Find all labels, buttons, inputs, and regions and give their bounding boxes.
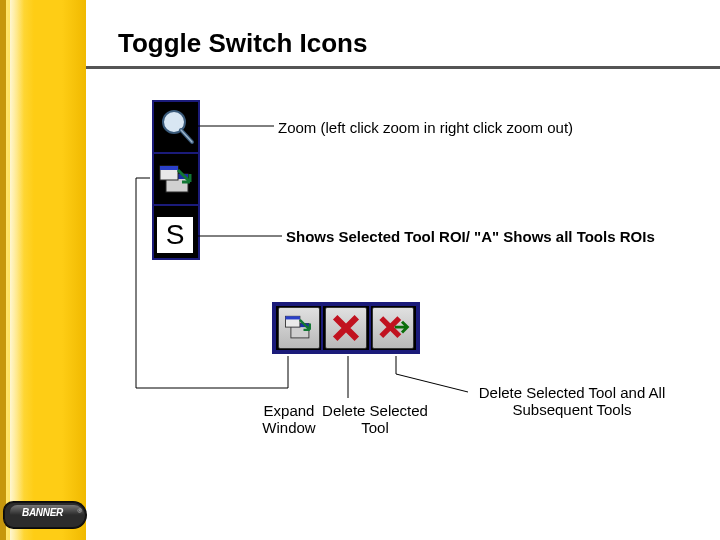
expand-window-icon — [156, 160, 196, 200]
delete-icon — [325, 307, 367, 349]
annotation-expand: Expand Window — [254, 402, 324, 437]
registered-icon: ® — [78, 508, 82, 514]
sidebar-yellow — [0, 0, 86, 540]
annotation-delete-after: Delete Selected Tool and All Subsequent … — [472, 384, 672, 419]
toolbar-divider — [152, 204, 200, 206]
annotation-delete: Delete Selected Tool — [320, 402, 430, 437]
annotation-zoom: Zoom (left click zoom in right click zoo… — [278, 119, 573, 136]
zoom-button[interactable] — [156, 106, 196, 146]
banner-logo: BANNER ® — [4, 502, 86, 528]
horizontal-toolbar — [276, 306, 416, 350]
sidebar-edge — [0, 0, 6, 540]
magnifier-icon — [156, 106, 196, 146]
expand-window-button[interactable] — [156, 160, 196, 200]
title-underline — [86, 66, 720, 69]
expand-window-button-2[interactable] — [276, 306, 321, 350]
logo-text: BANNER — [22, 507, 63, 518]
selected-letter-glyph: S — [166, 219, 185, 251]
svg-line-2 — [181, 130, 192, 142]
svg-rect-6 — [160, 166, 178, 170]
show-selected-roi-button[interactable]: S — [156, 216, 196, 256]
sidebar-fill — [6, 0, 86, 540]
annotation-selected: Shows Selected Tool ROI/ "A" Shows all T… — [286, 228, 655, 245]
sidebar-gloss — [10, 0, 24, 540]
delete-subsequent-tools-button[interactable] — [371, 306, 416, 350]
selected-letter-icon: S — [156, 216, 194, 254]
svg-rect-10 — [285, 316, 299, 319]
slide-title: Toggle Switch Icons — [118, 28, 367, 59]
toolbar-divider — [152, 152, 200, 154]
delete-selected-tool-button[interactable] — [323, 306, 368, 350]
delete-after-icon — [372, 307, 414, 349]
expand-window-icon — [278, 307, 320, 349]
